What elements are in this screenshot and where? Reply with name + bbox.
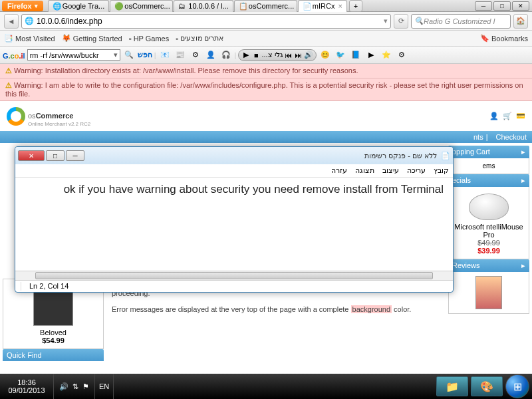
page-icon: 📄 (303, 2, 311, 10)
tab[interactable]: 🟢osCommerc... (110, 0, 173, 12)
expand-icon[interactable]: ▸ (521, 176, 525, 185)
bookmarks-menu[interactable]: 🔖Bookmarks (480, 34, 528, 43)
media-player[interactable]: ▶ ■ ...גלי צ ⏮ ⏭ 🔊 (238, 49, 316, 61)
toolbar-icon[interactable]: 📧 (158, 49, 172, 62)
notepad-title: ללא שם - פנקס רשימות (364, 152, 437, 160)
menu-file[interactable]: קובץ (434, 166, 449, 175)
window-titlebar: Firefox 🌐Google Tra... 🟢osCommerc... 🗂10… (0, 0, 532, 12)
toolbar-gear-icon[interactable]: ⚙ (189, 49, 202, 62)
toolbar-icon[interactable]: 😊 (319, 49, 332, 62)
header-cart-icon[interactable]: 🛒 (503, 112, 512, 120)
search-bar[interactable]: 🔍 Radio G Customized I (411, 14, 511, 29)
oscommerce-logo[interactable]: osCommerce Online Merchant v2.2 RC2 (7, 105, 90, 127)
notepad-statusbar: Ln 2, Col 14 (15, 280, 453, 292)
stop-icon[interactable]: ■ (251, 51, 261, 60)
globe-icon: 🌐 (25, 17, 34, 25)
notepad-textarea[interactable]: ok if you have warning about security yo… (15, 178, 453, 271)
url-input[interactable] (37, 17, 381, 26)
menu-edit[interactable]: עריכה (407, 166, 426, 175)
tab[interactable]: 📋osCommerc... (234, 0, 297, 12)
header-icon[interactable]: 💳 (516, 112, 525, 120)
cart-box: ems (448, 158, 529, 174)
price-old: $49.99 (477, 239, 500, 247)
toolbar-search-input[interactable]: rm -rf /srv/www/buckr▾ (27, 49, 120, 61)
google-toolbar: G.co.il rm -rf /srv/www/buckr▾ 🔍 חפש | 📧… (0, 47, 532, 64)
nav-checkout[interactable]: Checkout (496, 133, 527, 141)
notepad-minimize-button[interactable]: ─ (66, 150, 84, 161)
db-icon: 🗂 (178, 2, 186, 10)
taskbar-app-explorer[interactable]: 📁 (436, 376, 468, 396)
expand-icon[interactable]: ▸ (521, 261, 525, 270)
reviews-box[interactable] (448, 272, 529, 314)
network-icon[interactable]: ⇅ (72, 382, 78, 391)
new-tab-button[interactable]: + (349, 0, 362, 12)
maximize-button[interactable]: □ (493, 1, 511, 11)
play-icon[interactable]: ▶ (241, 51, 251, 60)
nav-account[interactable]: nts (473, 133, 483, 141)
product-image (469, 194, 509, 220)
google-logo[interactable]: G.co.il (3, 50, 25, 61)
firefox-menu-button[interactable]: Firefox (2, 1, 43, 11)
toolbar-icon[interactable]: 🐦 (334, 49, 347, 62)
home-button[interactable]: 🏠 (513, 14, 528, 29)
warning-banner-1: ⚠ Warning: Installation directory exists… (0, 64, 532, 78)
toolbar-icon[interactable]: ⚙ (395, 49, 408, 62)
search-label: חפש (138, 51, 152, 59)
search-button[interactable]: 🔍 (122, 49, 136, 62)
toolbar-user-icon[interactable]: 👤 (204, 49, 217, 62)
expand-icon[interactable]: ▸ (521, 148, 525, 156)
specials-box[interactable]: Microsoft ntelliMouse Pro $49.99 $39.99 (448, 187, 529, 259)
toolbar-youtube-icon[interactable]: ▶ (364, 49, 378, 62)
close-tab-icon[interactable]: × (338, 2, 342, 10)
header-icon[interactable]: 👤 (489, 112, 499, 120)
tab[interactable]: 🗂10.0.0.6 / l... (174, 0, 233, 12)
app-icon: 🟢 (114, 2, 122, 10)
prev-icon[interactable]: ⏮ (284, 51, 293, 60)
menu-format[interactable]: עיצוב (382, 166, 399, 175)
language-indicator[interactable]: EN (95, 382, 113, 390)
menu-help[interactable]: עזרה (331, 166, 347, 175)
next-icon[interactable]: ⏭ (294, 51, 303, 60)
toolbar-headphones-icon[interactable]: 🎧 (219, 49, 233, 62)
toolbar-icon[interactable]: 📘 (349, 49, 362, 62)
notepad-window[interactable]: 📄 ללא שם - פנקס רשימות ✕ □ ─ קובץ עריכה … (15, 146, 454, 293)
vol-icon[interactable]: 🔊 (304, 51, 313, 60)
product-image (475, 276, 502, 309)
notepad-hscrollbar[interactable] (15, 271, 453, 280)
tab[interactable]: 🌐Google Tra... (48, 0, 110, 12)
search-icon: 🔍 (414, 17, 424, 25)
dropdown-icon[interactable]: ▾ (384, 17, 388, 25)
reload-button[interactable]: ⟳ (394, 14, 408, 29)
chevron-down-icon[interactable]: ▾ (114, 51, 118, 59)
taskbar-app-paint[interactable]: 🎨 (471, 376, 503, 396)
url-bar[interactable]: 🌐 ▾ (21, 14, 391, 29)
quick-find-header: Quick Find (3, 349, 104, 361)
minimize-button[interactable]: ─ (475, 1, 492, 11)
reviews-header: Reviews▸ (448, 259, 529, 272)
tab-label: 10.0.0.6 / l... (188, 2, 229, 10)
flag-icon[interactable]: ⚑ (82, 382, 89, 391)
media-label: ...גלי צ (261, 51, 283, 59)
window-controls: ─ □ ✕ (475, 1, 529, 11)
notepad-titlebar[interactable]: 📄 ללא שם - פנקס רשימות ✕ □ ─ (15, 147, 453, 164)
notepad-menubar: קובץ עריכה עיצוב תצוגה עזרה (15, 164, 453, 178)
notepad-close-button[interactable]: ✕ (18, 150, 45, 161)
menu-view[interactable]: תצוגה (355, 166, 374, 175)
tab-active[interactable]: 📄mIRCx× (298, 0, 347, 12)
taskbar[interactable]: 18:36 09/01/2013 🔊 ⇅ ⚑ EN 📁 🎨 ⊞ (0, 374, 532, 399)
header-icons: 👤 🛒 💳 (489, 112, 525, 120)
bookmark-icon: 🔖 (480, 34, 489, 43)
volume-icon[interactable]: 🔊 (59, 382, 68, 391)
taskbar-clock[interactable]: 18:36 09/01/2013 (0, 376, 53, 397)
back-button[interactable]: ◄ (4, 14, 19, 29)
bookmark-getting-started[interactable]: 🦊Getting Started (62, 34, 122, 43)
bookmark-hp-games[interactable]: ▫HP Games (129, 35, 170, 43)
close-button[interactable]: ✕ (512, 1, 529, 11)
globe-icon: 🌐 (53, 2, 61, 10)
toolbar-star-icon[interactable]: ⭐ (380, 49, 393, 62)
toolbar-icon[interactable]: 📰 (174, 49, 187, 62)
bookmark-suggested[interactable]: ▫אתרים מוצעים (176, 34, 223, 43)
notepad-maximize-button[interactable]: □ (46, 150, 65, 161)
bookmark-most-visited[interactable]: 📑Most Visited (4, 34, 55, 43)
start-button[interactable]: ⊞ (505, 374, 529, 398)
